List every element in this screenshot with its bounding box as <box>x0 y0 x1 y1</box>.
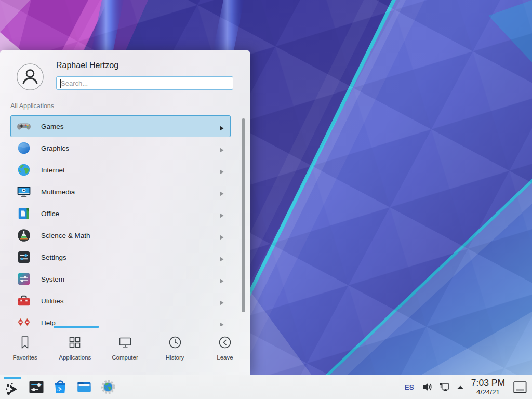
show-desktop-button[interactable] <box>513 381 527 393</box>
submenu-arrow-icon <box>220 211 224 216</box>
submenu-arrow-icon <box>220 167 224 172</box>
tab-history[interactable]: History <box>150 326 200 375</box>
app-grid-icon <box>67 335 83 350</box>
monitor-icon <box>117 335 133 350</box>
app-category-office[interactable]: Office <box>10 203 231 224</box>
app-category-settings[interactable]: Settings <box>10 246 231 268</box>
tab-label: History <box>166 354 184 361</box>
submenu-arrow-icon <box>220 124 224 129</box>
globe-icon <box>17 163 31 177</box>
expand-arrow-icon[interactable] <box>456 383 464 391</box>
leave-icon <box>217 335 233 350</box>
application-launcher-menu: Raphael Hertzog All Applications Games <box>0 50 250 375</box>
launcher-active-indicator <box>4 377 21 379</box>
settings-icon <box>17 250 31 264</box>
user-avatar-icon <box>17 63 44 90</box>
dolphin-icon[interactable] <box>76 379 92 395</box>
science-icon <box>17 228 31 243</box>
app-category-label: Help <box>41 319 220 326</box>
submenu-arrow-icon <box>220 255 224 260</box>
search-box[interactable] <box>56 76 233 90</box>
network-icon[interactable] <box>439 381 450 393</box>
digital-clock[interactable]: 7:03 PM 4/24/21 <box>471 379 505 396</box>
section-label: All Applications <box>10 102 54 110</box>
app-category-system[interactable]: System <box>10 268 231 290</box>
tab-computer[interactable]: Computer <box>100 326 150 375</box>
discover-icon[interactable] <box>52 379 69 395</box>
system-settings-icon[interactable] <box>28 379 45 395</box>
bookmark-icon <box>17 335 33 350</box>
office-icon <box>17 206 31 221</box>
app-category-utilities[interactable]: Utilities <box>10 290 231 312</box>
app-category-label: System <box>41 275 220 283</box>
submenu-arrow-icon <box>220 320 224 325</box>
app-category-science-math[interactable]: Science & Math <box>10 224 231 246</box>
tab-applications[interactable]: Applications <box>50 326 100 375</box>
app-category-label: Games <box>41 123 220 130</box>
system-icon <box>17 272 31 286</box>
submenu-arrow-icon <box>220 189 224 194</box>
app-category-label: Internet <box>41 166 220 174</box>
tab-label: Computer <box>112 354 138 361</box>
app-category-label: Utilities <box>41 297 220 305</box>
search-input[interactable] <box>57 77 233 89</box>
active-tab-indicator <box>54 326 99 328</box>
app-category-multimedia[interactable]: Multimedia <box>10 181 231 203</box>
taskbar: ES 7:03 PM 4/24/21 <box>0 375 532 399</box>
app-category-label: Graphics <box>41 144 220 152</box>
clock-date: 4/24/21 <box>471 389 505 396</box>
keyboard-layout-indicator[interactable]: ES <box>405 383 414 391</box>
volume-icon[interactable] <box>422 381 433 393</box>
app-category-label: Science & Math <box>41 232 220 240</box>
utilities-icon <box>17 294 31 308</box>
app-category-label: Settings <box>41 254 220 261</box>
app-category-graphics[interactable]: Graphics <box>10 137 231 159</box>
scrollbar[interactable] <box>242 118 245 312</box>
app-category-help[interactable]: Help <box>10 312 231 326</box>
app-category-label: Multimedia <box>41 188 220 196</box>
tab-label: Applications <box>59 354 91 361</box>
kickoff-launcher-icon[interactable] <box>4 381 21 397</box>
user-name: Raphael Hertzog <box>56 61 118 70</box>
app-category-list: Games Graphics Internet <box>0 115 250 326</box>
app-category-games[interactable]: Games <box>10 115 231 137</box>
launcher-header: Raphael Hertzog <box>0 50 250 96</box>
system-tray: ES 7:03 PM 4/24/21 <box>405 379 527 396</box>
gamepad-icon <box>17 119 31 134</box>
app-category-internet[interactable]: Internet <box>10 159 231 181</box>
graphics-icon <box>17 141 31 155</box>
konqueror-icon[interactable] <box>100 379 116 395</box>
text-cursor <box>60 79 61 88</box>
tab-favorites[interactable]: Favorites <box>0 326 50 375</box>
submenu-arrow-icon <box>220 145 224 151</box>
submenu-arrow-icon <box>220 276 224 282</box>
clock-time: 7:03 PM <box>471 379 505 388</box>
app-category-label: Office <box>41 210 220 218</box>
tab-label: Leave <box>217 354 233 361</box>
help-icon <box>17 315 31 326</box>
launcher-tabbar: Favorites Applications Computer History <box>0 326 250 375</box>
submenu-arrow-icon <box>220 233 224 238</box>
submenu-arrow-icon <box>220 298 224 303</box>
tab-label: Favorites <box>12 354 37 361</box>
clock-icon <box>167 335 183 350</box>
tab-leave[interactable]: Leave <box>200 326 250 375</box>
multimedia-icon <box>17 184 31 199</box>
